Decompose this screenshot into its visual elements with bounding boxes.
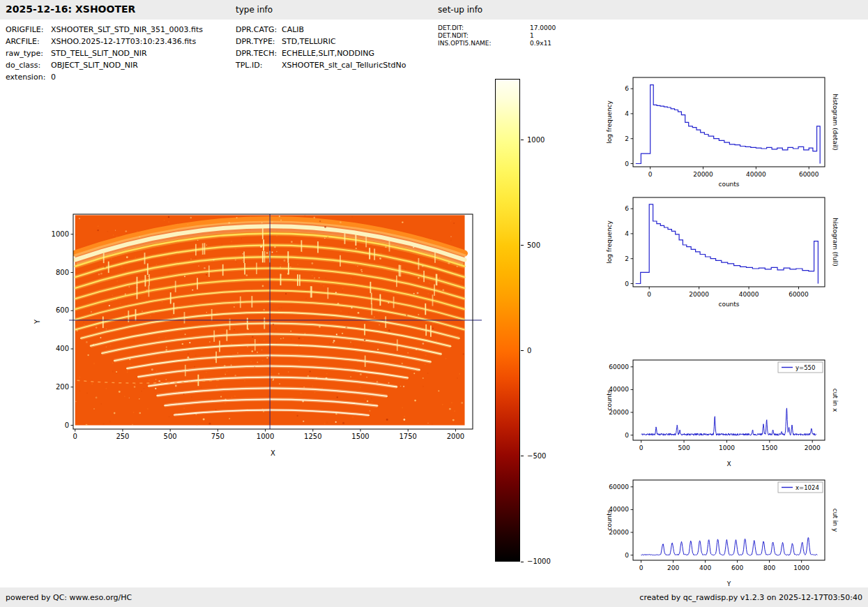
- info-row-extension: extension:0: [6, 71, 203, 83]
- svg-text:20000: 20000: [693, 171, 713, 178]
- y-axis-label: counts: [606, 389, 613, 410]
- y-axis-label: log frequency: [606, 220, 613, 263]
- svg-text:1000: 1000: [257, 433, 274, 440]
- axes: 020040060080010000200004000060000Ycounts…: [606, 484, 839, 587]
- info-value: XSHOO.2025-12-17T03:10:23.436.fits: [51, 36, 196, 47]
- type-info-list: DPR.CATG:CALIB DPR.TYPE:STD,TELLURIC DPR…: [236, 24, 406, 71]
- info-value: STD_TELL_SLIT_NOD_NIR: [51, 47, 147, 59]
- right-side-label: histogram (detail): [832, 94, 839, 151]
- svg-text:500: 500: [678, 444, 690, 451]
- right-side-label: cut in x: [832, 389, 839, 412]
- svg-text:6: 6: [625, 205, 629, 212]
- info-value: STD,TELLURIC: [282, 36, 336, 47]
- header-bar: 2025-12-16: XSHOOTER type info set-up in…: [0, 0, 868, 20]
- info-label: DPR.CATG:: [236, 24, 282, 36]
- right-side-label: histogram (full): [832, 218, 839, 266]
- legend: y=550: [778, 362, 823, 373]
- svg-text:0: 0: [639, 444, 644, 451]
- info-value: 0: [51, 71, 56, 83]
- y-axis-label: Y: [33, 319, 41, 324]
- svg-text:600: 600: [56, 306, 69, 314]
- svg-text:1000: 1000: [793, 564, 809, 571]
- legend: x=1024: [778, 482, 823, 493]
- info-label: extension:: [6, 71, 51, 83]
- info-label: ORIGFILE:: [6, 24, 51, 36]
- info-label: raw_type:: [6, 47, 51, 59]
- cut-line: [641, 408, 816, 435]
- svg-text:2000: 2000: [447, 433, 464, 440]
- svg-text:40000: 40000: [746, 171, 766, 178]
- svg-text:1250: 1250: [304, 433, 321, 440]
- info-row-ins-opti5: INS.OPTI5.NAME:0.9x11: [438, 40, 556, 47]
- legend-label: y=550: [795, 364, 815, 371]
- footer-right-text: created by qc_rawdisp.py v1.2.3 on 2025-…: [639, 593, 862, 602]
- footer-left-text: powered by QC: www.eso.org/HC: [6, 593, 132, 602]
- cut-in-x-plot: 05001000150020000200004000060000Xcountsc…: [596, 354, 840, 474]
- info-row-do-class: do_class:OBJECT_SLIT_NOD_NIR: [6, 59, 203, 71]
- svg-text:0: 0: [625, 432, 629, 439]
- svg-text:400: 400: [699, 564, 711, 571]
- colorbar-gradient: [495, 79, 520, 562]
- info-label: INS.OPTI5.NAME:: [438, 40, 530, 47]
- colorbar-tick: [521, 562, 524, 562]
- svg-text:40000: 40000: [739, 291, 759, 298]
- info-value: CALIB: [282, 24, 304, 36]
- info-value: 1: [530, 32, 534, 40]
- svg-text:800: 800: [763, 564, 775, 571]
- info-row-origfile: ORIGFILE:XSHOOTER_SLT_STD_NIR_351_0003.f…: [6, 24, 203, 36]
- info-label: TPL.ID:: [236, 59, 282, 71]
- svg-text:0: 0: [73, 433, 77, 440]
- info-label: DET.DIT:: [438, 24, 530, 32]
- svg-text:400: 400: [56, 345, 69, 352]
- svg-text:60000: 60000: [609, 364, 629, 370]
- svg-text:1500: 1500: [761, 444, 777, 451]
- svg-text:0: 0: [625, 552, 629, 559]
- svg-text:600: 600: [731, 564, 743, 571]
- info-label: do_class:: [6, 59, 51, 71]
- x-axis-label: X: [726, 460, 731, 467]
- svg-text:200: 200: [56, 383, 69, 391]
- svg-text:0: 0: [625, 160, 629, 167]
- colorbar-tick: [521, 245, 524, 246]
- info-value: ECHELLE,SLIT,NODDING: [282, 47, 374, 59]
- info-value: 17.0000: [530, 24, 556, 32]
- svg-text:4: 4: [625, 110, 629, 117]
- colorbar-tick-label: −1000: [527, 557, 551, 566]
- footer-bar: powered by QC: www.eso.org/HC created by…: [0, 587, 868, 607]
- colorbar-tick: [521, 140, 524, 140]
- svg-text:4: 4: [625, 230, 629, 237]
- svg-text:60000: 60000: [799, 171, 819, 178]
- svg-text:0: 0: [648, 171, 653, 178]
- x-axis-label: Y: [726, 580, 731, 587]
- info-row-dpr-type: DPR.TYPE:STD,TELLURIC: [236, 36, 406, 47]
- svg-text:2: 2: [625, 255, 629, 262]
- svg-text:6: 6: [625, 85, 629, 92]
- svg-text:2000: 2000: [805, 444, 821, 451]
- x-axis-label: counts: [718, 301, 739, 308]
- svg-text:60000: 60000: [789, 291, 809, 298]
- colorbar-tick-label: 1000: [527, 135, 545, 144]
- x-axis-label: X: [271, 449, 275, 457]
- info-value: OBJECT_SLIT_NOD_NIR: [51, 59, 138, 71]
- histogram-line: [636, 85, 820, 164]
- info-row-arcfile: ARCFILE:XSHOO.2025-12-17T03:10:23.436.fi…: [6, 36, 203, 47]
- colorbar: 10005000−500−1000: [495, 79, 520, 562]
- cut-line: [641, 538, 818, 555]
- info-value: XSHOOTER_SLT_STD_NIR_351_0003.fits: [51, 24, 203, 36]
- info-label: DPR.TECH:: [236, 47, 282, 59]
- raw-image-plot: 0250500750100012501500175020000200400600…: [28, 199, 492, 478]
- info-label: DET.NDIT:: [438, 32, 530, 40]
- legend-label: x=1024: [795, 484, 819, 491]
- info-row-dpr-tech: DPR.TECH:ECHELLE,SLIT,NODDING: [236, 47, 406, 59]
- setup-info-list: DET.DIT:17.0000 DET.NDIT:1 INS.OPTI5.NAM…: [438, 24, 556, 47]
- colorbar-tick-label: −500: [527, 451, 546, 460]
- y-axis-label: counts: [606, 509, 613, 530]
- plot-border: [633, 197, 825, 287]
- svg-text:1500: 1500: [351, 433, 369, 440]
- info-row-dpr-catg: DPR.CATG:CALIB: [236, 24, 406, 36]
- info-row-det-dit: DET.DIT:17.0000: [438, 24, 556, 32]
- svg-text:1000: 1000: [52, 230, 69, 238]
- type-info-heading: type info: [236, 5, 273, 15]
- histogram-line: [636, 204, 818, 284]
- svg-text:0: 0: [65, 421, 69, 429]
